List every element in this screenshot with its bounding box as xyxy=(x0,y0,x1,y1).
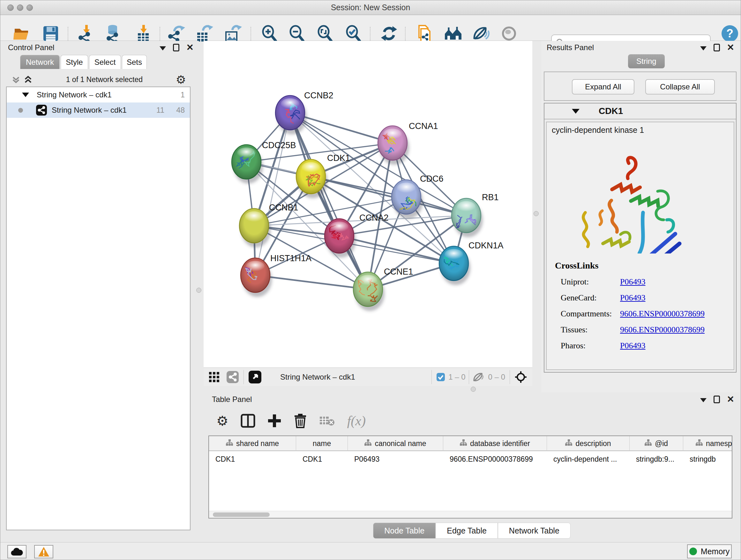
column-header-namespace[interactable]: namespace xyxy=(683,436,732,451)
column-header-database-identifier[interactable]: database identifier xyxy=(443,436,547,451)
tab-sets[interactable]: Sets xyxy=(122,55,147,69)
collapse-all-button[interactable]: Collapse All xyxy=(645,79,715,95)
zoom-fit-icon[interactable] xyxy=(316,24,335,43)
node-CDK1[interactable] xyxy=(296,159,327,198)
import-table-file-icon[interactable] xyxy=(134,24,153,43)
export-table-icon[interactable] xyxy=(194,24,213,43)
table-options-gear-icon[interactable]: ⚙ xyxy=(216,413,228,429)
hide-selected-icon[interactable] xyxy=(471,24,490,43)
collapse-arrow-icon[interactable] xyxy=(572,109,580,114)
save-session-icon[interactable] xyxy=(41,24,60,43)
expand-all-button[interactable]: Expand All xyxy=(572,79,634,95)
show-all-icon[interactable] xyxy=(499,24,519,43)
table-horizontal-scrollbar[interactable] xyxy=(209,511,732,518)
string-network-graph[interactable]: CCNB2CCNA1CDC25BCDK1CDC6RB1CCNB1CCNA2CDK… xyxy=(204,41,532,368)
add-column-icon[interactable] xyxy=(267,414,281,428)
function-builder-icon[interactable]: f(x) xyxy=(347,413,366,428)
network-row[interactable]: String Network – cdk1 11 48 xyxy=(7,103,190,118)
help-icon[interactable]: ? xyxy=(720,24,739,43)
tree-expand-arrow-icon[interactable] xyxy=(22,92,29,97)
zoom-in-icon[interactable] xyxy=(260,24,279,43)
crosslink-value-link[interactable]: P06493 xyxy=(620,293,645,303)
panel-float-icon[interactable] xyxy=(714,395,720,403)
edge-HIST1H1A-CCNE1[interactable] xyxy=(255,275,368,289)
panel-close-icon[interactable]: ✕ xyxy=(727,395,734,403)
expand-collapse-group: Expand All Collapse All xyxy=(544,71,737,101)
panel-collapse-icon[interactable] xyxy=(159,46,166,51)
delete-column-trash-icon[interactable] xyxy=(293,414,307,428)
crosslink-value-link[interactable]: 9606.ENSP00000378699 xyxy=(620,325,704,334)
cell-shared-name[interactable]: CDK1 xyxy=(209,452,296,466)
delete-table-icon[interactable] xyxy=(319,415,335,427)
grid-view-icon[interactable] xyxy=(208,371,220,383)
show-columns-icon[interactable] xyxy=(241,414,255,428)
node-CDKN1A[interactable] xyxy=(439,246,470,285)
cell-canonical-name[interactable]: P06493 xyxy=(348,452,443,466)
bottom-splitter-handle[interactable] xyxy=(471,387,476,392)
import-network-database-icon[interactable] xyxy=(104,24,123,43)
cell-database-identifier[interactable]: 9606.ENSP00000378699 xyxy=(443,452,547,466)
panel-float-icon[interactable] xyxy=(173,44,179,51)
export-image-icon[interactable] xyxy=(223,24,242,43)
tab-network-table[interactable]: Network Table xyxy=(498,523,570,539)
zoom-selected-icon[interactable] xyxy=(344,24,363,43)
cell-namespace[interactable]: stringdb xyxy=(683,452,732,466)
cell-name[interactable]: CDK1 xyxy=(296,452,348,466)
open-session-icon[interactable] xyxy=(12,24,31,43)
selected-checkbox-icon[interactable] xyxy=(436,373,445,381)
copy-style-icon[interactable] xyxy=(415,24,434,43)
panel-close-icon[interactable]: ✕ xyxy=(727,44,734,51)
node-CDC6[interactable] xyxy=(392,180,423,219)
tab-edge-table[interactable]: Edge Table xyxy=(435,523,498,539)
birds-eye-view-icon[interactable] xyxy=(248,370,262,384)
import-network-file-icon[interactable] xyxy=(77,24,96,43)
network-thumbnail-icon[interactable] xyxy=(226,371,239,383)
warning-status-button[interactable] xyxy=(34,545,53,558)
fit-content-crosshair-icon[interactable] xyxy=(515,371,527,383)
collapse-all-icon[interactable] xyxy=(11,75,21,84)
scrollbar-thumb[interactable] xyxy=(213,512,270,517)
column-header--id[interactable]: @id xyxy=(630,436,683,451)
column-header-name[interactable]: name xyxy=(296,436,348,451)
hidden-eye-icon[interactable] xyxy=(472,372,485,382)
tab-style[interactable]: Style xyxy=(61,55,88,69)
panel-close-icon[interactable]: ✕ xyxy=(186,44,194,51)
crosslink-value-link[interactable]: P06493 xyxy=(620,277,645,287)
memory-button[interactable]: Memory xyxy=(687,544,732,558)
network-canvas[interactable]: CCNB2CCNA1CDC25BCDK1CDC6RB1CCNB1CCNA2CDK… xyxy=(204,41,532,368)
cdk1-card-header[interactable]: CDK1 xyxy=(544,104,736,119)
network-collection-row[interactable]: String Network – cdk1 1 xyxy=(7,87,190,103)
tab-select[interactable]: Select xyxy=(89,55,121,69)
node-HIST1H1A[interactable] xyxy=(241,258,272,297)
cell--id[interactable]: stringdb:9... xyxy=(630,452,683,466)
first-neighbors-icon[interactable] xyxy=(443,24,462,43)
export-network-icon[interactable] xyxy=(167,24,186,43)
node-CCNE1[interactable] xyxy=(353,272,385,311)
panel-collapse-icon[interactable] xyxy=(700,398,706,402)
network-options-gear-icon[interactable]: ⚙ xyxy=(176,73,186,86)
tab-network[interactable]: Network xyxy=(20,55,60,69)
column-header-canonical-name[interactable]: canonical name xyxy=(348,436,443,451)
column-header-description[interactable]: description xyxy=(547,436,630,451)
tab-node-table[interactable]: Node Table xyxy=(373,523,435,539)
crosslink-value-link[interactable]: 9606.ENSP00000378699 xyxy=(620,309,704,319)
node-CDC25B[interactable] xyxy=(232,145,263,184)
node-CCNB2[interactable] xyxy=(275,96,307,134)
toolbar-separator xyxy=(68,27,68,41)
node-CCNA2[interactable] xyxy=(325,219,356,258)
column-header-shared-name[interactable]: shared name xyxy=(209,436,296,451)
cell-description[interactable]: cyclin-dependent ... xyxy=(547,452,630,466)
table-row[interactable]: CDK1CDK1P064939606.ENSP00000378699cyclin… xyxy=(209,452,732,466)
right-splitter-handle[interactable] xyxy=(534,211,539,216)
refresh-icon[interactable] xyxy=(380,24,399,43)
cloud-status-button[interactable] xyxy=(7,545,26,558)
edge-CCNB2-HIST1H1A[interactable] xyxy=(255,113,290,275)
node-RB1[interactable] xyxy=(452,198,483,237)
zoom-out-icon[interactable] xyxy=(287,24,307,43)
crosslink-value-link[interactable]: P06493 xyxy=(620,341,645,351)
left-splitter-handle[interactable] xyxy=(196,288,201,293)
panel-collapse-icon[interactable] xyxy=(700,46,706,51)
expand-all-icon[interactable] xyxy=(23,75,33,84)
tab-string[interactable]: String xyxy=(628,54,665,68)
panel-float-icon[interactable] xyxy=(714,44,720,51)
